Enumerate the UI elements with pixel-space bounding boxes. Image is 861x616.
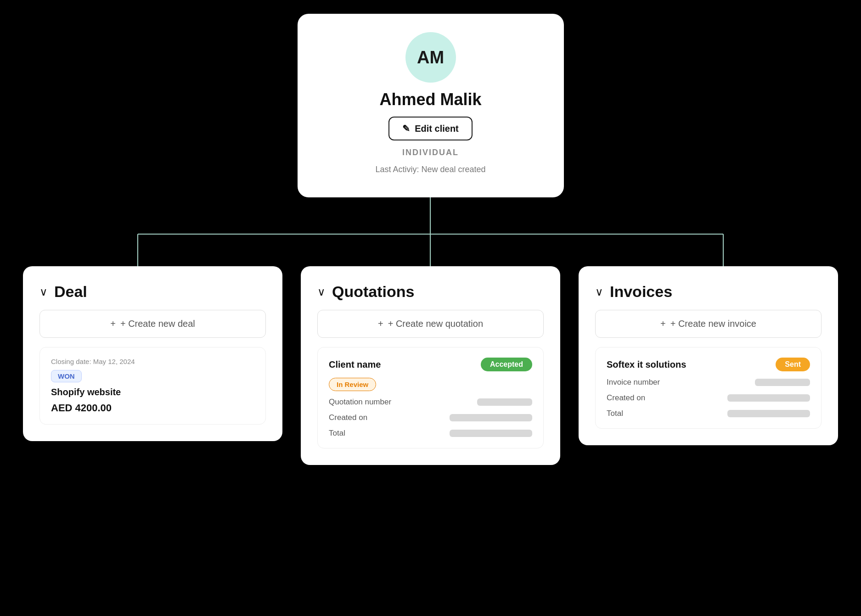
create-deal-plus-icon: + (110, 319, 116, 329)
invoice-total-value (727, 410, 810, 417)
invoice-number-label: Invoice number (607, 378, 660, 387)
client-card: AM Ahmed Malik ✎ Edit client INDIVIDUAL … (298, 14, 564, 197)
invoice-total-row: Total (607, 409, 810, 418)
invoice-created-label: Created on (607, 393, 645, 403)
quotations-card: ∨ Quotations + + Create new quotation Cl… (301, 266, 560, 465)
client-type: INDIVIDUAL (402, 148, 459, 157)
connector-svg (0, 197, 861, 266)
quotation-total-row: Total (329, 429, 532, 438)
main-container: AM Ahmed Malik ✎ Edit client INDIVIDUAL … (0, 14, 861, 493)
invoice-number-value (755, 379, 810, 386)
quotations-section-title: Quotations (332, 283, 414, 301)
quotation-number-row: Quotation number (329, 398, 532, 407)
deal-chevron-icon[interactable]: ∨ (39, 286, 48, 298)
create-deal-button[interactable]: + + Create new deal (39, 310, 266, 338)
deal-amount: AED 4200.00 (51, 402, 254, 414)
pencil-icon: ✎ (402, 123, 410, 134)
deal-card: ∨ Deal + + Create new deal Closing date:… (23, 266, 282, 441)
create-invoice-button[interactable]: + + Create new invoice (595, 310, 822, 338)
quotation-header-row: Client name Accepted (329, 358, 532, 371)
create-quotation-plus-icon: + (378, 319, 383, 329)
quotations-section-header: ∨ Quotations (317, 283, 544, 301)
accepted-badge: Accepted (481, 358, 532, 371)
invoice-client-name: Softex it solutions (607, 359, 686, 370)
create-invoice-plus-icon: + (660, 319, 666, 329)
closing-date: Closing date: May 12, 2024 (51, 358, 254, 365)
won-badge: WON (51, 370, 82, 382)
invoice-item: Softex it solutions Sent Invoice number … (595, 347, 822, 429)
invoices-chevron-icon[interactable]: ∨ (595, 286, 603, 298)
deal-section-header: ∨ Deal (39, 283, 266, 301)
invoices-section-title: Invoices (610, 283, 672, 301)
invoice-header-row: Softex it solutions Sent (607, 358, 810, 371)
edit-client-button[interactable]: ✎ Edit client (388, 117, 473, 140)
avatar: AM (405, 32, 456, 83)
quotations-chevron-icon[interactable]: ∨ (317, 286, 326, 298)
invoice-number-row: Invoice number (607, 378, 810, 387)
quotation-total-label: Total (329, 429, 345, 438)
invoice-total-label: Total (607, 409, 623, 418)
invoices-card: ∨ Invoices + + Create new invoice Softex… (579, 266, 838, 445)
deal-item: Closing date: May 12, 2024 WON Shopify w… (39, 347, 266, 425)
quotation-total-value (450, 430, 532, 437)
quotation-created-row: Created on (329, 413, 532, 422)
invoice-created-row: Created on (607, 393, 810, 403)
invoices-section-header: ∨ Invoices (595, 283, 822, 301)
deal-name: Shopify website (51, 387, 254, 398)
sent-badge: Sent (776, 358, 810, 371)
quotation-number-value (477, 398, 532, 406)
invoice-created-value (727, 394, 810, 402)
cards-row: ∨ Deal + + Create new deal Closing date:… (0, 266, 861, 493)
quotation-item: Client name Accepted In Review Quotation… (317, 347, 544, 448)
quotation-client-name: Client name (329, 359, 381, 370)
in-review-badge: In Review (329, 378, 376, 391)
last-activity: Last Activiy: New deal created (375, 165, 485, 174)
client-name: Ahmed Malik (379, 90, 481, 109)
quotation-created-value (450, 414, 532, 421)
create-quotation-button[interactable]: + + Create new quotation (317, 310, 544, 338)
quotation-number-label: Quotation number (329, 398, 391, 407)
deal-section-title: Deal (54, 283, 87, 301)
quotation-created-label: Created on (329, 413, 367, 422)
